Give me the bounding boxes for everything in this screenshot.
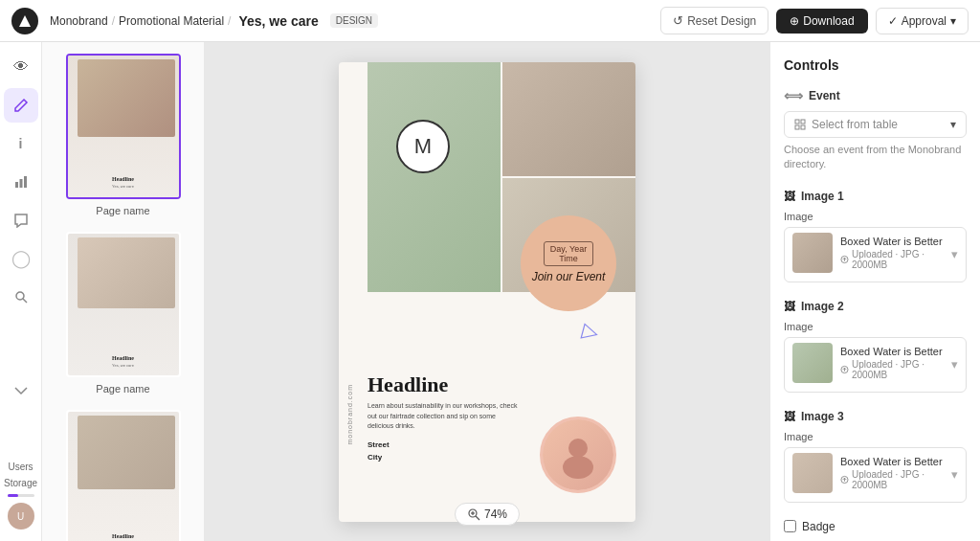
sidebar-item-circle[interactable]: ◯	[4, 241, 38, 276]
page-thumb-1[interactable]: Headline Yes, we care Page name	[50, 54, 196, 216]
image1-thumb	[792, 233, 833, 273]
zoom-indicator[interactable]: 74%	[455, 503, 520, 526]
controls-title: Controls	[784, 57, 967, 73]
canvas-area: M Day, Year Time Join our Event ▷ Headli…	[205, 42, 769, 541]
sidebar-icons: 👁 i ◯ Users Storage U	[0, 42, 42, 541]
avatar[interactable]: U	[8, 503, 34, 530]
badge-checkbox-input[interactable]	[784, 520, 796, 532]
page-title: Yes, we care	[238, 13, 318, 29]
sidebar-item-eye[interactable]: 👁	[4, 50, 38, 84]
svg-rect-11	[795, 120, 799, 124]
breadcrumb-sep2: /	[228, 14, 231, 28]
sidebar-item-edit[interactable]	[4, 88, 38, 123]
image3-select[interactable]: Boxed Water is Better Uploaded · JPG · 2…	[784, 447, 967, 503]
topbar-actions: ↺ Reset Design ⊕ Download ✓ Approval ▾	[660, 7, 969, 34]
chevron-down-icon-2: ▾	[951, 357, 958, 372]
svg-point-3	[16, 292, 24, 300]
image2-icon: 🖼	[784, 300, 795, 313]
users-label: Users	[8, 462, 33, 472]
event-hint: Choose an event from the Monobrand direc…	[784, 143, 967, 172]
svg-rect-14	[801, 125, 805, 129]
photo-2	[502, 62, 635, 176]
page-thumb-img-3: Headline Yes, we care	[66, 410, 181, 541]
image3-meta: Uploaded · JPG · 2000MB	[840, 469, 951, 490]
image3-label: Image	[784, 431, 967, 442]
image2-row: Boxed Water is Better Uploaded · JPG · 2…	[792, 343, 951, 383]
image3-row: Boxed Water is Better Uploaded · JPG · 2…	[792, 453, 951, 493]
design-badge: DESIGN	[330, 13, 378, 28]
image1-row: Boxed Water is Better Uploaded · JPG · 2…	[792, 233, 951, 273]
image2-title: 🖼 Image 2	[784, 300, 967, 313]
approval-button[interactable]: ✓ Approval ▾	[876, 8, 969, 34]
sidebar-item-expand[interactable]	[4, 371, 38, 405]
image3-icon: 🖼	[784, 410, 795, 423]
image1-icon: 🖼	[784, 190, 795, 203]
image1-name: Boxed Water is Better	[840, 236, 951, 247]
cursor-icon: ▷	[580, 317, 602, 346]
sidebar-item-chart[interactable]	[4, 165, 38, 199]
doc-logo: M	[396, 120, 450, 173]
breadcrumb-section[interactable]: Promotional Material	[119, 14, 224, 28]
chevron-down-icon: ▾	[950, 14, 956, 28]
doc-address: Street City	[368, 440, 521, 464]
badge-section: Badge	[784, 520, 967, 533]
main-area: 👁 i ◯ Users Storage U	[0, 42, 980, 541]
event-section-title: ⟺ Event	[784, 88, 967, 103]
doc-headline: Headline	[368, 372, 521, 397]
image1-title: 🖼 Image 1	[784, 190, 967, 203]
svg-line-8	[476, 516, 479, 520]
topbar: Monobrand / Promotional Material / Yes, …	[0, 0, 980, 42]
svg-point-6	[563, 456, 593, 479]
svg-rect-2	[24, 176, 27, 188]
page-thumb-img-1: Headline Yes, we care	[66, 54, 181, 199]
logo	[11, 8, 38, 34]
image1-select[interactable]: Boxed Water is Better Uploaded · JPG · 2…	[784, 227, 967, 282]
download-button[interactable]: ⊕ Download	[776, 9, 867, 34]
image2-label: Image	[784, 321, 967, 332]
doc-event-circle: Day, Year Time Join our Event	[521, 215, 616, 311]
image2-select[interactable]: Boxed Water is Better Uploaded · JPG · 2…	[784, 337, 967, 393]
storage-label: Storage	[4, 478, 37, 488]
photo-1	[368, 62, 501, 292]
sidebar-item-search[interactable]	[4, 280, 38, 314]
page-label-2: Page name	[50, 383, 196, 394]
doc-event-day-year: Day, Year Time	[544, 241, 593, 266]
storage-bar	[8, 494, 34, 497]
image3-info: Boxed Water is Better Uploaded · JPG · 2…	[840, 456, 951, 490]
download-icon: ⊕	[790, 14, 799, 28]
badge-checkbox-label[interactable]: Badge	[784, 520, 967, 533]
sidebar-item-info[interactable]: i	[4, 126, 38, 161]
upload-icon-3	[840, 475, 849, 485]
controls-panel: Controls ⟺ Event Select from table ▾ Cho…	[769, 42, 980, 541]
svg-line-4	[23, 299, 27, 303]
upload-icon	[840, 255, 849, 264]
image3-thumb	[792, 453, 833, 493]
image3-name: Boxed Water is Better	[840, 456, 951, 467]
event-select[interactable]: Select from table ▾	[784, 111, 967, 138]
sidebar-bottom: Users Storage U	[4, 462, 37, 541]
svg-rect-1	[19, 179, 22, 188]
chevron-down-icon-1: ▾	[951, 247, 958, 261]
page-thumb-3[interactable]: Headline Yes, we care Page name	[50, 410, 196, 541]
pages-panel: Headline Yes, we care Page name Headline…	[42, 42, 205, 541]
reset-icon: ↺	[673, 13, 683, 28]
image1-label: Image	[784, 211, 967, 222]
doc-circle-photo	[540, 417, 616, 493]
image2-name: Boxed Water is Better	[840, 346, 951, 357]
svg-rect-13	[795, 125, 799, 129]
chevron-down-icon: ▾	[950, 118, 956, 131]
image3-section: 🖼 Image 3 Image Boxed Water is Better Up…	[784, 410, 967, 503]
image3-title: 🖼 Image 3	[784, 410, 967, 423]
sidebar-item-chat[interactable]	[4, 203, 38, 237]
doc-body-text: Learn about sustainability in our worksh…	[368, 401, 521, 432]
upload-icon-2	[840, 365, 849, 374]
doc-text-block: Headline Learn about sustainability in o…	[368, 372, 521, 463]
svg-point-5	[568, 439, 588, 458]
page-thumb-2[interactable]: Headline Yes, we care Page name	[50, 232, 196, 394]
event-icon: ⟺	[784, 88, 803, 103]
image2-thumb	[792, 343, 833, 383]
reset-design-button[interactable]: ↺ Reset Design	[660, 7, 768, 34]
image1-meta: Uploaded · JPG · 2000MB	[840, 249, 951, 270]
breadcrumb-brand[interactable]: Monobrand	[50, 14, 108, 28]
doc-vertical-text: monobrand.com	[346, 384, 353, 445]
